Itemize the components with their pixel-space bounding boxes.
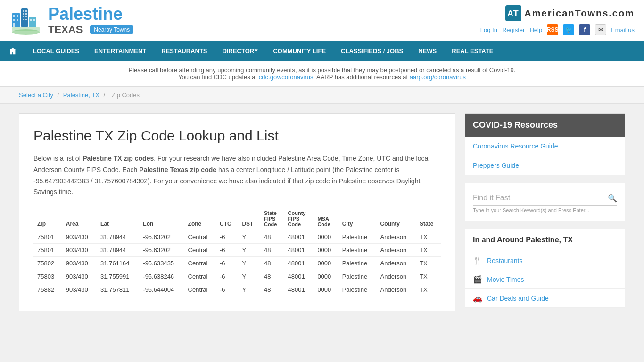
svg-rect-14 [25,19,27,20]
header-right: AT AmericanTowns.com Log In Register Hel… [480,5,635,35]
aarp-link[interactable]: aarp.org/coronavirus [410,74,466,81]
svg-rect-3 [13,19,15,21]
col-zone: Zone [184,207,216,230]
svg-rect-9 [23,13,24,15]
svg-rect-15 [29,17,36,27]
email-link[interactable]: Email us [611,26,635,33]
covid-card-body: Coronavirus Resource Guide Preppers Guid… [465,137,625,175]
register-link[interactable]: Register [502,26,525,33]
nav-real-estate[interactable]: REAL ESTATE [444,41,501,61]
rss-icon[interactable]: RSS [547,24,558,35]
covid-card-title: COVID-19 Resources [465,114,625,137]
cdc-link[interactable]: cdc.gov/coronavirus [259,74,314,81]
zip-table: Zip Area Lat Lon Zone UTC DST StateFIPSC… [33,207,441,296]
svg-text:AT: AT [507,9,519,18]
search-button[interactable]: 🔍 [608,194,617,203]
covid-text1: Please call before attending any upcomin… [129,66,516,74]
restaurants-label: Restaurants [487,257,522,264]
breadcrumb: Select a City / Palestine, TX / Zip Code… [0,87,644,104]
table-row: 75882903/43031.757811-95.644004Central-6… [33,283,441,296]
svg-rect-12 [25,16,27,17]
search-input[interactable] [473,191,617,206]
car-deals-label: Car Deals and Guide [487,295,549,302]
breadcrumb-zip-codes: Zip Codes [112,91,140,99]
login-link[interactable]: Log In [480,26,497,33]
around-restaurants[interactable]: 🍴 Restaurants [465,251,625,270]
home-icon [8,47,17,55]
movie-icon: 🎬 [473,275,482,284]
col-msa: MSACode [314,207,338,230]
zip-table-body: 75801903/43031.78944-95.63202Central-6Y4… [33,230,441,296]
search-card: 🔍 Type in your Search Keyword(s) and Pre… [465,183,625,221]
table-row: 75802903/43031.761164-95.633435Central-6… [33,257,441,270]
around-car-deals[interactable]: 🚗 Car Deals and Guide [465,289,625,308]
nav-local-guides[interactable]: LOCAL GUIDES [25,41,87,61]
col-county: County [377,207,416,230]
site-logo-icon [9,4,42,37]
movie-times-label: Movie Times [487,276,524,283]
sidebar: COVID-19 Resources Coronavirus Resource … [465,113,625,311]
breadcrumb-palestine-tx[interactable]: Palestine, TX [63,91,99,99]
covid-text2: You can find CDC updates at [178,74,259,81]
content-area: Palestine TX Zip Code Lookup and List Be… [19,113,455,311]
col-city: City [339,207,377,230]
svg-rect-1 [13,15,15,17]
nav-directory[interactable]: DIRECTORY [215,41,266,61]
email-icon-btn[interactable]: ✉ [595,24,606,35]
svg-rect-8 [25,10,27,12]
main-nav: LOCAL GUIDES ENTERTAINMENT RESTAURANTS D… [0,41,644,61]
svg-rect-19 [12,27,40,31]
intro-paragraph: Below is a list of Palestine TX zip code… [33,153,441,198]
around-card-title: In and Around Palestine, TX [465,229,625,251]
site-logo-label: AmericanTowns.com [524,8,635,19]
nav-news[interactable]: NEWS [411,41,444,61]
restaurants-icon: 🍴 [473,256,482,265]
search-wrapper: 🔍 [473,191,617,206]
bold-zip-codes: Palestine TX zip codes [83,155,154,162]
nav-home[interactable] [0,41,25,61]
covid-banner: Please call before attending any upcomin… [0,61,644,87]
col-area: Area [62,207,97,230]
col-county-fips: CountyFIPSCode [284,207,314,230]
nav-entertainment[interactable]: ENTERTAINMENT [87,41,154,61]
preppers-guide-link[interactable]: Preppers Guide [465,156,625,175]
nav-restaurants[interactable]: RESTAURANTS [154,41,215,61]
svg-rect-0 [12,13,20,27]
city-state-block: Palestine TEXAS Nearby Towns [48,5,133,36]
city-name: Palestine [48,5,133,24]
around-movie-times[interactable]: 🎬 Movie Times [465,270,625,289]
svg-rect-13 [23,19,24,20]
page-title: Palestine TX Zip Code Lookup and List [33,128,441,144]
breadcrumb-select-city[interactable]: Select a City [19,91,53,99]
table-row: 75801903/43031.78944-95.63202Central-6Y4… [33,244,441,257]
nearby-badge[interactable]: Nearby Towns [90,25,133,34]
svg-rect-17 [33,19,35,21]
coronavirus-resource-guide-link[interactable]: Coronavirus Resource Guide [465,137,625,156]
svg-rect-4 [17,19,18,21]
search-hint: Type in your Search Keyword(s) and Press… [473,207,617,213]
svg-rect-2 [17,15,18,17]
at-logo-icon: AT [505,5,521,21]
col-zip: Zip [33,207,62,230]
twitter-icon[interactable]: 🐦 [563,24,574,35]
header-links: Log In Register Help RSS 🐦 f ✉ Email us [480,24,635,35]
state-nearby-row: TEXAS Nearby Towns [48,24,133,36]
nav-classifieds[interactable]: CLASSIFIEDS / JOBS [333,41,411,61]
state-name: TEXAS [48,24,83,36]
table-row: 75801903/43031.78944-95.63202Central-6Y4… [33,230,441,244]
nav-community-life[interactable]: COMMUNITY LIFE [265,41,333,61]
col-state: State [416,207,441,230]
around-card: In and Around Palestine, TX 🍴 Restaurant… [465,229,625,308]
breadcrumb-sep1: / [58,91,61,99]
help-link[interactable]: Help [529,26,542,33]
header-left: Palestine TEXAS Nearby Towns [9,4,133,37]
main-content: Palestine TX Zip Code Lookup and List Be… [0,104,644,321]
car-icon: 🚗 [473,294,482,303]
col-state-fips: StateFIPSCode [260,207,284,230]
col-utc: UTC [216,207,238,230]
facebook-icon[interactable]: f [579,24,590,35]
svg-rect-16 [30,19,32,21]
breadcrumb-sep2: / [104,91,107,99]
svg-rect-7 [23,10,24,12]
covid-text3: ; AARP has additional resources at [313,74,409,81]
